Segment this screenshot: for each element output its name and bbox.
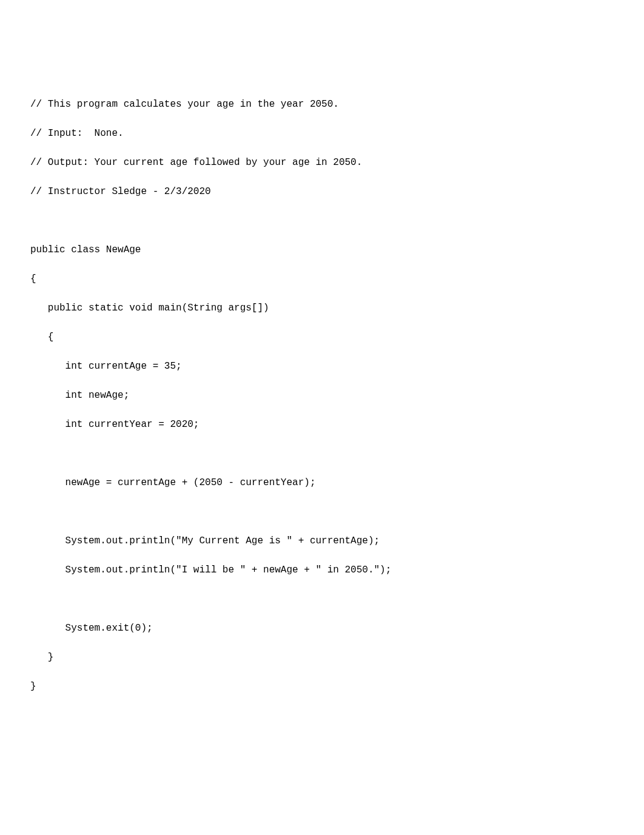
code-line: public class NewAge (30, 243, 614, 257)
code-line: int currentAge = 35; (30, 359, 614, 374)
code-line: System.out.println("I will be " + newAge… (30, 563, 614, 577)
code-line: int currentYear = 2020; (30, 417, 614, 432)
code-line: { (30, 330, 614, 344)
code-line (30, 213, 614, 228)
code-line (30, 592, 614, 606)
code-line: // This program calculates your age in t… (30, 97, 614, 112)
code-line: // Instructor Sledge - 2/3/2020 (30, 184, 614, 199)
code-line: public static void main(String args[]) (30, 301, 614, 315)
code-line: { (30, 272, 614, 286)
code-line: System.out.println("My Current Age is " … (30, 534, 614, 548)
code-line: } (30, 650, 614, 665)
code-line (30, 505, 614, 519)
code-line: int newAge; (30, 388, 614, 403)
code-line: newAge = currentAge + (2050 - currentYea… (30, 475, 614, 490)
code-line: } (30, 679, 614, 694)
code-line: // Input: None. (30, 126, 614, 141)
code-line: // Output: Your current age followed by … (30, 155, 614, 170)
code-line (30, 446, 614, 461)
code-line: System.exit(0); (30, 621, 614, 635)
code-block: // This program calculates your age in t… (30, 82, 614, 708)
